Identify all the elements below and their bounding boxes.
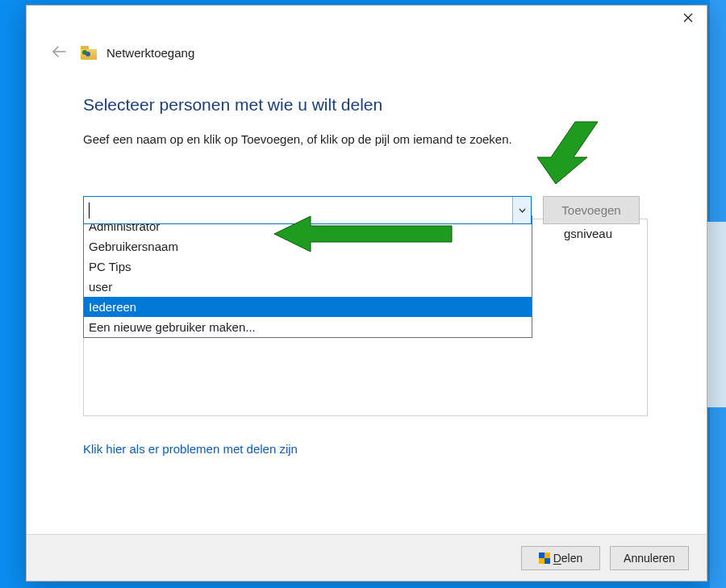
share-button[interactable]: Delen	[521, 546, 600, 570]
dropdown-option-iedereen[interactable]: Iedereen	[84, 297, 532, 317]
header-row: Netwerktoegang	[27, 31, 707, 71]
name-input[interactable]	[84, 197, 512, 223]
dropdown-option-pctips[interactable]: PC Tips	[84, 256, 532, 277]
network-sharing-icon	[81, 46, 97, 60]
network-access-dialog: Netwerktoegang Selecteer personen met wi…	[26, 5, 707, 582]
name-combo[interactable]	[83, 196, 532, 224]
main-heading: Selecteer personen met wie u wilt delen	[83, 95, 650, 115]
back-button[interactable]	[47, 43, 71, 63]
back-arrow-icon	[52, 46, 66, 57]
uac-shield-icon	[539, 553, 550, 564]
instruction-text: Geef een naam op en klik op Toevoegen, o…	[83, 132, 650, 146]
dialog-footer: Delen Annuleren	[27, 534, 707, 581]
add-button[interactable]: Toevoegen	[543, 196, 640, 224]
titlebar	[27, 6, 707, 31]
window-title: Netwerktoegang	[106, 46, 194, 60]
cancel-button[interactable]: Annuleren	[610, 546, 689, 570]
combo-dropdown-button[interactable]	[512, 197, 531, 223]
share-hotkey: D	[553, 552, 561, 565]
close-button[interactable]	[670, 6, 707, 30]
chevron-down-icon	[519, 208, 526, 213]
annotation-arrow-toevoegen	[527, 115, 624, 188]
content-area: Selecteer personen met wie u wilt delen …	[27, 71, 707, 224]
svg-marker-0	[537, 122, 598, 184]
close-icon	[683, 13, 693, 23]
dropdown-option-newuser[interactable]: Een nieuwe gebruiker maken...	[84, 317, 532, 337]
dropdown-option-user[interactable]: user	[84, 277, 532, 297]
share-label-rest: elen	[561, 552, 582, 565]
desktop-background-strip	[710, 0, 726, 588]
problems-link[interactable]: Klik hier als er problemen met delen zij…	[83, 442, 298, 456]
text-cursor	[89, 202, 90, 219]
name-combo-row: Toevoegen	[83, 196, 650, 224]
dropdown-option-gebruikersnaam[interactable]: Gebruikersnaam	[84, 236, 532, 256]
combo-dropdown-list: Administrator Gebruikersnaam PC Tips use…	[83, 215, 532, 338]
